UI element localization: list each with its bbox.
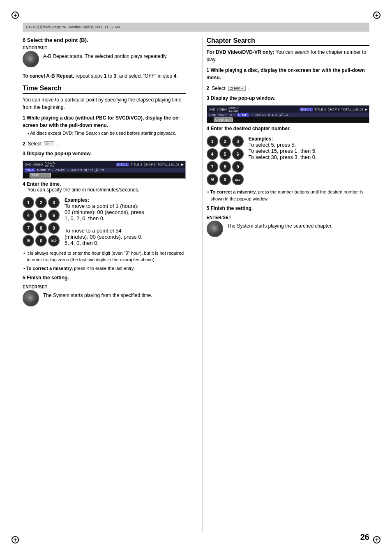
- cs-osd-dolby: Dolby D3/2.1ch: [228, 106, 239, 112]
- cs-step-3-text: Display the pop-up window.: [211, 95, 276, 101]
- ts-step-2-num: 2: [23, 141, 25, 147]
- ts-step-2: 2 Select ⊙→ .: [23, 141, 186, 147]
- cs-num-btn-5[interactable]: 5: [219, 148, 231, 160]
- ts-note-1: • It is always required to enter the hou…: [23, 250, 186, 263]
- ts-osd-cd: ⊙⊙ 1/3: [71, 168, 82, 172]
- cs-osd-row2: TIME ↻OFF ⊙→ CHAP → ⊙⊙ 1/3 ⊟ 1/ 3 🔊 1/1: [207, 113, 369, 117]
- ts-step-1-sub: • All discs except DVD: Time Search can …: [23, 130, 186, 137]
- cs-correct-note: • To correct a misentry, press the numbe…: [207, 189, 370, 202]
- ts-osd-time-popup: TIME _:_:_: [30, 173, 51, 177]
- num-btn-8[interactable]: 8: [35, 222, 47, 234]
- ts-finish-label: ENTER/SET: [23, 285, 186, 289]
- num-btn-5[interactable]: 5: [35, 210, 47, 221]
- cs-num-btn-6[interactable]: 6: [232, 148, 244, 160]
- ts-osd-audio: 🔊 1/1: [95, 168, 104, 172]
- ts-example-2: To move to a point of 54 (minutes): 00 (…: [65, 228, 143, 246]
- cs-step-3-num: 3: [207, 95, 211, 101]
- cs-osd-disc: DISC 1: [300, 108, 313, 111]
- chapter-search-intro: For DVD Video/DVD-VR only: You can searc…: [207, 48, 370, 63]
- num-btn-9[interactable]: 9: [48, 222, 60, 234]
- ts-osd-total: TOTAL 1:01:58: [157, 163, 180, 166]
- cs-num-btn-3[interactable]: 3: [232, 136, 244, 147]
- cs-num-btn-ge10[interactable]: ≥10: [232, 174, 244, 185]
- ts-step-2-text: Select: [28, 141, 42, 147]
- num-btn-10[interactable]: ⑩: [23, 235, 34, 246]
- main-content: 6 Select the end point (B). ENTER/SET A-…: [23, 37, 369, 532]
- cs-osd-row1: DVD-VIDEO Dolby D3/2.1ch DISC 1 TITLE 2 …: [207, 106, 369, 113]
- cs-num-btn-8[interactable]: 8: [219, 161, 231, 173]
- ts-step-3: 3 Display the pop-up window.: [23, 151, 186, 157]
- cs-example-3: To select 30, press 3, then 0.: [249, 154, 317, 160]
- ts-osd-time-btn: TIME: [25, 168, 35, 172]
- cs-osd-total: TOTAL 1:01:58: [341, 108, 363, 111]
- ts-example-1: To move to a point of 1 (hours): 02 (min…: [65, 203, 144, 221]
- cs-examples-text: Examples: To select 5, press 5. To selec…: [249, 136, 370, 160]
- step-6-description: A-B Repeat starts. The selected portion …: [43, 51, 186, 60]
- chapter-intro-bold: For DVD Video/DVD-VR only:: [207, 49, 274, 55]
- cancel-note-bold: To cancel A-B Repeat,: [23, 73, 74, 79]
- cs-step-2-text: Select: [212, 85, 225, 91]
- step-6-heading: 6 Select the end point (B).: [23, 37, 186, 43]
- ts-osd-row2: TIME ↻OFF ⊙→ CHAP → ⊙⊙ 1/3 ⊟ 1/ 3 🔊 1/1: [23, 168, 185, 173]
- corner-mark-tr: [373, 12, 380, 19]
- cs-step-1-num: 1: [207, 67, 211, 73]
- cs-enter-set-icon: [207, 221, 223, 237]
- ts-step-1-num: 1: [23, 115, 27, 121]
- cs-osd-time: TIME: [209, 113, 217, 117]
- cs-num-btn-0[interactable]: 0: [219, 174, 231, 185]
- chapter-search-title: Chapter Search: [207, 37, 370, 46]
- num-btn-ge10[interactable]: ≥10: [48, 235, 60, 246]
- ts-examples-text: Examples: To move to a point of 1 (hours…: [65, 197, 186, 246]
- ts-notes: • It is always required to enter the hou…: [23, 250, 186, 272]
- ts-osd-row3: TIME _:_:_: [23, 173, 185, 178]
- cs-osd-audio: 🔊 1/1: [279, 113, 288, 117]
- num-btn-4[interactable]: 4: [23, 210, 34, 221]
- time-search-intro: You can move to a particular point by sp…: [23, 96, 186, 111]
- cancel-note-text: repeat steps 1 to 3, and select "OFF" in…: [76, 73, 178, 79]
- ts-num-grid: 1 2 3 4 5 6 7 8 9 ⑩ 0 ≥10: [23, 197, 60, 246]
- cs-osd-arrow: →: [250, 113, 254, 117]
- ts-osd-play: ▶: [181, 163, 184, 166]
- cs-num-btn-4[interactable]: 4: [207, 148, 218, 160]
- cs-step-2-select-btn: CHAP.→: [228, 86, 246, 91]
- step-6: 6 Select the end point (B). ENTER/SET A-…: [23, 37, 186, 67]
- time-search-title: Time Search: [23, 85, 186, 94]
- ts-step-2-select-btn: ⊙→: [44, 141, 54, 146]
- cs-osd-bar: DVD-VIDEO Dolby D3/2.1ch DISC 1 TITLE 2 …: [207, 105, 370, 123]
- ts-step-3-num: 3: [23, 151, 27, 157]
- step-6-enter-set-label: ENTER/SET: [23, 46, 186, 50]
- cs-num-btn-2[interactable]: 2: [219, 136, 231, 147]
- num-btn-7[interactable]: 7: [23, 222, 34, 234]
- num-btn-2[interactable]: 2: [35, 197, 47, 208]
- step-6-enter-set-row: A-B Repeat starts. The selected portion …: [23, 51, 186, 67]
- cs-num-btn-10[interactable]: ⑩: [207, 174, 218, 185]
- cs-examples-label: Examples:: [249, 136, 273, 142]
- num-btn-3[interactable]: 3: [48, 197, 60, 208]
- num-btn-1[interactable]: 1: [23, 197, 34, 208]
- ts-osd-repeat: ↻OFF: [37, 168, 46, 172]
- ts-finish-block: ENTER/SET The System starts playing from…: [23, 285, 186, 306]
- num-btn-0[interactable]: 0: [35, 235, 47, 246]
- cs-osd-chap: CHAP 3: [328, 108, 340, 111]
- cs-num-btn-1[interactable]: 1: [207, 136, 218, 147]
- cs-step-5: 5 Finish the setting.: [207, 205, 370, 211]
- cs-step-5-num: 5: [207, 205, 211, 211]
- cs-finish-text: The System starts playing the searched c…: [227, 221, 370, 230]
- cs-step-1-text: While playing a disc, display the on-scr…: [207, 67, 365, 81]
- page-number: 26: [360, 532, 369, 542]
- cs-step-3: 3 Display the pop-up window.: [207, 95, 370, 101]
- cs-step-4: 4 Enter the desired chapter number.: [207, 126, 370, 131]
- ts-osd-title: TITLE 2: [131, 163, 142, 166]
- ts-step-4: 4 Enter the time. You can specify the ti…: [23, 181, 186, 193]
- ts-step-5-num: 5: [23, 275, 27, 281]
- cs-num-btn-9[interactable]: 9: [232, 161, 244, 173]
- cs-finish-label: ENTER/SET: [207, 215, 370, 220]
- ts-step-5: 5 Finish the setting.: [23, 275, 186, 281]
- cs-num-btn-7[interactable]: 7: [207, 161, 218, 173]
- corner-mark-br: [373, 536, 380, 543]
- ts-osd-dvdvideo: DVD-VIDEO: [25, 163, 43, 166]
- cs-osd-play: ▶: [365, 108, 367, 111]
- cs-finish-row: The System starts playing the searched c…: [207, 221, 370, 237]
- cs-step-1: 1 While playing a disc, display the on-s…: [207, 67, 370, 81]
- num-btn-6[interactable]: 6: [48, 210, 60, 221]
